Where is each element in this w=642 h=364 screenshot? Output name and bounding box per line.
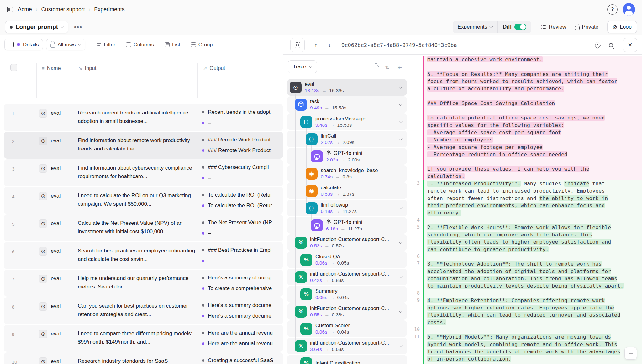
trace-span-row[interactable]: %Intent Classification <box>287 355 407 364</box>
expand-chevron-icon[interactable] <box>399 344 402 347</box>
expand-chevron-icon[interactable] <box>399 119 402 123</box>
trace-span-row[interactable]: %Custom Scorer0.06s→0.04s <box>287 320 407 337</box>
loop-button[interactable]: ⊘ Loop <box>607 21 637 33</box>
lock-icon <box>575 25 579 30</box>
diff-line-content: often report fewer distractions and the … <box>424 195 642 202</box>
trace-span-row[interactable]: %initFunction-Customer support-C...0.52s… <box>287 234 407 251</box>
table-row[interactable]: 6⊙evalSearch for best practices in emplo… <box>4 242 283 269</box>
diff-added-line: 8 <box>411 290 642 297</box>
trace-span-row[interactable]: ()llmCall2.02s→2.09s <box>287 131 407 147</box>
select-all-checkbox[interactable] <box>10 64 17 71</box>
scorer-icon: % <box>298 240 303 246</box>
column-header-input[interactable]: ↘ Input <box>78 65 96 71</box>
avatar[interactable] <box>623 3 635 16</box>
expand-chevron-icon[interactable] <box>399 137 402 140</box>
experiment-selector[interactable]: Longer prompt <box>5 21 68 33</box>
tag-button[interactable] <box>595 35 600 55</box>
diff-removed-line: focus from hours worked to results achie… <box>411 78 642 85</box>
expand-chevron-icon[interactable] <box>399 275 402 278</box>
trace-span-row[interactable]: GPT-4o mini2.02s→2.09s <box>287 148 407 165</box>
expand-chevron-icon[interactable] <box>399 102 402 106</box>
view-dropdown[interactable]: Experiments <box>453 21 497 33</box>
all-rows-dropdown[interactable]: All rows <box>46 39 85 50</box>
diff-added-line: of in-person collaboration. <box>411 355 642 362</box>
table-row[interactable]: 10⊙evalResearch industry standards for S… <box>4 352 283 364</box>
table-row[interactable]: 4⊙evalI need to calculate the ROI on our… <box>4 187 283 214</box>
span-type-icon: % <box>300 357 312 364</box>
group-button[interactable]: Group <box>187 42 217 48</box>
trace-span-row[interactable]: ◉calculate0.53s→1.37s <box>287 182 407 199</box>
next-row-button[interactable]: ↓ <box>328 35 331 55</box>
trace-span-row[interactable]: %initFunction-Customer support-C...0.55s… <box>287 303 407 320</box>
span-name-text: llmFollowup <box>321 202 348 208</box>
diff-changed-text: efficiency. <box>427 210 461 216</box>
search-button[interactable] <box>609 35 613 55</box>
output-text: – <box>208 175 211 181</box>
table-row[interactable]: 2⊙evalFind information about remote work… <box>4 132 283 159</box>
trace-span-row[interactable]: %initFunction-Customer support-C...3.64s… <box>287 338 407 354</box>
diff-changed-text: indicate <box>564 181 589 187</box>
trace-view-dropdown[interactable]: Trace <box>288 60 317 73</box>
span-meta: llmCall2.02s→2.09s <box>321 133 354 146</box>
expand-chevron-icon[interactable] <box>399 206 402 209</box>
diff-changed-text: accelerated the adoption of digital tool… <box>427 268 611 274</box>
expand-chevron-icon[interactable] <box>399 240 402 244</box>
trace-span-row[interactable]: %initFunction-Customer support-C...0.42s… <box>287 269 407 285</box>
sidebar-toggle-icon[interactable] <box>7 7 13 12</box>
duration-base: 0.05s <box>337 260 349 266</box>
table-row[interactable]: 9⊙evalI need to compare three different … <box>4 325 283 352</box>
review-button[interactable]: Review <box>540 24 566 30</box>
column-header-name[interactable]: ≡ Name <box>42 65 61 71</box>
list-button[interactable]: List <box>161 42 184 48</box>
duration-experiment: 0.06s <box>315 260 327 266</box>
trace-span-row[interactable]: %Summary0.05s→0.04s <box>287 286 407 303</box>
columns-button[interactable]: Columns <box>122 42 158 48</box>
duration-base: 15.53s <box>332 105 346 111</box>
trace-span-row[interactable]: GPT-4o mini6.18s→11.27s <box>287 217 407 234</box>
span-durations: 0.55s→0.38s <box>310 312 389 318</box>
duration-experiment: 0.74s <box>321 174 333 180</box>
arrow-to-line-icon <box>9 42 14 47</box>
breadcrumb-section[interactable]: Experiments <box>94 6 124 13</box>
table-row[interactable]: 3⊙evalFind information about cybersecuri… <box>4 159 283 186</box>
diff-changed-text: ### Office Space Cost Savings Calculatio… <box>427 100 555 106</box>
trace-span-row[interactable]: task9.49s→15.53s <box>287 96 407 113</box>
filter-button[interactable]: Filter <box>93 42 119 48</box>
help-icon[interactable]: ? <box>607 4 618 15</box>
table-row[interactable]: 1⊙evalResearch current trends in artific… <box>4 104 283 131</box>
trace-span-row[interactable]: ◉search_knowledge_base0.74s→0.8s <box>287 165 407 182</box>
output-format-button[interactable] <box>624 347 637 360</box>
openai-logo-icon <box>326 219 331 225</box>
diff-line-content: remote work can lead to increased produc… <box>424 187 642 194</box>
details-button[interactable]: Details <box>4 39 43 50</box>
diff-removed-line: calculation. <box>411 173 642 180</box>
diff-added-line: options see higher retention rates. Empl… <box>411 304 642 311</box>
private-button[interactable]: Private <box>575 24 598 30</box>
more-options-button[interactable]: ••• <box>74 24 82 31</box>
column-header-output[interactable]: ↗ Output <box>203 65 225 71</box>
row-output-experiment: Here are the annual revenu <box>202 340 283 347</box>
trace-span-row[interactable]: ⊙eval13.13s→16.36s <box>287 79 407 96</box>
diff-line-content: accelerated the adoption of digital tool… <box>424 268 642 275</box>
breadcrumb-project[interactable]: Customer support <box>41 6 85 13</box>
table-row[interactable]: 5⊙evalCalculate the Net Present Value (N… <box>4 214 283 241</box>
close-panel-button[interactable]: × <box>623 38 637 52</box>
focus-trace-button[interactable] <box>290 38 305 52</box>
timing-button[interactable] <box>376 65 376 70</box>
prev-row-button[interactable]: ↑ <box>314 35 317 55</box>
breadcrumb-workspace[interactable]: Acme <box>18 6 32 13</box>
row-name: eval <box>51 165 61 171</box>
expand-chevron-icon[interactable] <box>399 85 402 88</box>
expand-chevron-icon[interactable] <box>399 309 402 313</box>
diff-removed-line <box>411 63 642 70</box>
table-row[interactable]: 7⊙evalHelp me understand our quarterly p… <box>4 270 283 297</box>
trace-span-row[interactable]: ()llmFollowup6.18s→11.27s <box>287 200 407 216</box>
span-name-text: processUserMessage <box>315 115 366 122</box>
collapse-panel-button[interactable]: ⇤ <box>398 65 402 71</box>
diff-toggle[interactable] <box>514 24 526 30</box>
trace-span-row[interactable]: %Closed QA0.06s→0.05s <box>287 251 407 268</box>
trace-span-row[interactable]: ()processUserMessage9.48s→15.53s <box>287 113 407 130</box>
collapse-all-button[interactable]: ⇅ <box>385 65 389 71</box>
table-row[interactable]: 8⊙evalCan you search for best practices … <box>4 297 283 324</box>
duration-experiment: 0.55s <box>310 312 322 318</box>
